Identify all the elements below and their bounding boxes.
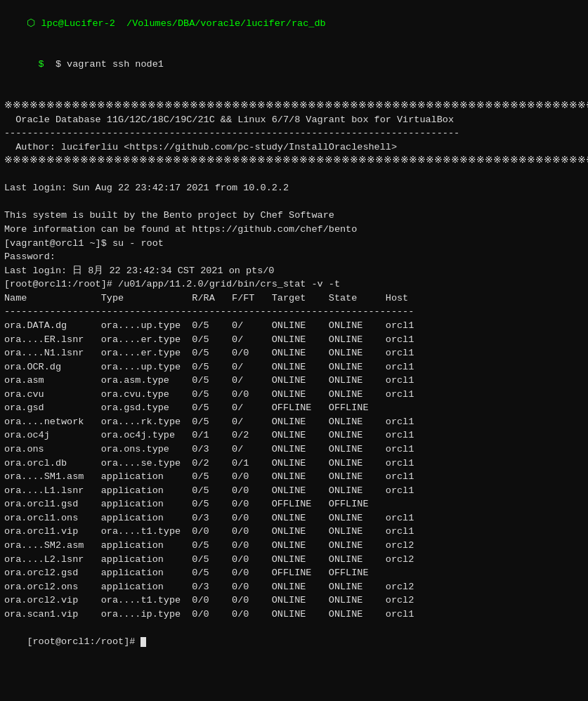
crs-command: [root@orcl1:/root]# /u01/app/11.2.0/grid… <box>4 277 584 291</box>
table-row: ora.oc4j ora.oc4j.type 0/1 0/2 ONLINE ON… <box>4 428 584 443</box>
table-row: ora.OCR.dg ora....up.type 0/5 0/ ONLINE … <box>4 360 584 374</box>
title-bar: ⬡ lpc@Lucifer-2 /Volumes/DBA/voracle/luc… <box>4 3 584 44</box>
table-divider: ----------------------------------------… <box>4 305 584 319</box>
block-bottom: ※※※※※※※※※※※※※※※※※※※※※※※※※※※※※※※※※※※※※※※※… <box>4 154 584 168</box>
terminal-window: ⬡ lpc@Lucifer-2 /Volumes/DBA/voracle/luc… <box>0 0 588 701</box>
author-line: Author: luciferliu <https://github.com/p… <box>4 140 584 155</box>
table-body: ora.DATA.dg ora....up.type 0/5 0/ ONLINE… <box>4 319 584 621</box>
table-row: ora....ER.lsnr ora....er.type 0/5 0/ ONL… <box>4 333 584 347</box>
prompt-line: $ $ vagrant ssh node1 <box>4 44 584 86</box>
table-row: ora.asm ora.asm.type 0/5 0/ ONLINE ONLIN… <box>4 374 584 388</box>
table-row: ora.cvu ora.cvu.type 0/5 0/0 ONLINE ONLI… <box>4 388 584 402</box>
table-row: ora.scan1.vip ora....ip.type 0/0 0/0 ONL… <box>4 608 584 622</box>
final-prompt-text: [root@orcl1:/root]# <box>27 636 141 647</box>
table-row: ora....N1.lsnr ora....er.type 0/5 0/0 ON… <box>4 346 584 360</box>
table-row: ora....L2.lsnr application 0/5 0/0 ONLIN… <box>4 553 584 567</box>
table-row: ora.orcl2.ons application 0/3 0/0 ONLINE… <box>4 580 584 594</box>
system-line-1: This system is built by the Bento projec… <box>4 209 584 223</box>
table-row: ora.gsd ora.gsd.type 0/5 0/ OFFLINE OFFL… <box>4 401 584 415</box>
separator-line: ----------------------------------------… <box>4 126 584 140</box>
password-line: Password: <box>4 250 584 264</box>
table-row: ora....L1.lsnr application 0/5 0/0 ONLIN… <box>4 484 584 498</box>
title-path: lpc@Lucifer-2 /Volumes/DBA/voracle/lucif… <box>41 18 326 29</box>
empty-line-3 <box>4 195 584 209</box>
title-icon: ⬡ <box>27 18 41 29</box>
empty-line-2 <box>4 168 584 182</box>
table-row: ora....SM1.asm application 0/5 0/0 ONLIN… <box>4 470 584 484</box>
prompt-command: $ vagrant ssh node1 <box>44 59 164 70</box>
system-line-2: More information can be found at https:/… <box>4 223 584 237</box>
cursor <box>141 637 146 647</box>
table-row: ora....SM2.asm application 0/5 0/0 ONLIN… <box>4 539 584 553</box>
table-row: ora.DATA.dg ora....up.type 0/5 0/ ONLINE… <box>4 319 584 333</box>
table-row: ora....network ora....rk.type 0/5 0/ ONL… <box>4 415 584 429</box>
table-row: ora.orcl2.vip ora....t1.type 0/0 0/0 ONL… <box>4 594 584 608</box>
last-login-1: Last login: Sun Aug 22 23:42:17 2021 fro… <box>4 181 584 195</box>
table-row: ora.orcl1.vip ora....t1.type 0/0 0/0 ONL… <box>4 525 584 539</box>
prompt-arrow: $ <box>27 59 44 70</box>
info-line: Oracle Database 11G/12C/18C/19C/21C && L… <box>4 113 584 127</box>
final-prompt-line: [root@orcl1:/root]# <box>4 621 584 662</box>
empty-line-1 <box>4 85 584 99</box>
su-command: [vagrant@orcl1 ~]$ su - root <box>4 237 584 251</box>
table-row: ora.orcl1.ons application 0/3 0/0 ONLINE… <box>4 511 584 525</box>
table-header: Name Type R/RA F/FT Target State Host <box>4 291 584 306</box>
table-row: ora.orcl2.gsd application 0/5 0/0 OFFLIN… <box>4 566 584 580</box>
table-row: ora.orcl1.gsd application 0/5 0/0 OFFLIN… <box>4 497 584 511</box>
table-row: ora.ons ora.ons.type 0/3 0/ ONLINE ONLIN… <box>4 443 584 457</box>
block-top: ※※※※※※※※※※※※※※※※※※※※※※※※※※※※※※※※※※※※※※※※… <box>4 99 584 113</box>
last-login-2: Last login: 日 8月 22 23:42:34 CST 2021 on… <box>4 264 584 278</box>
table-row: ora.orcl.db ora....se.type 0/2 0/1 ONLIN… <box>4 457 584 471</box>
